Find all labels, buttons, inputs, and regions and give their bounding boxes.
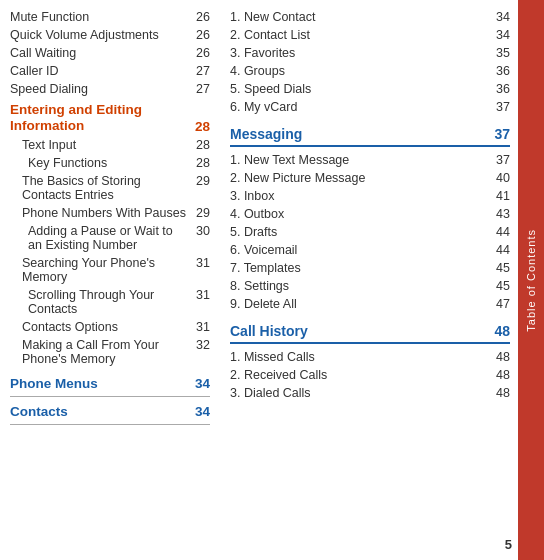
list-item: 8. Settings 45 [230,277,510,295]
list-item: 2. Contact List 34 [230,26,510,44]
section-header-call-history: Call History 48 [230,319,510,341]
section-page: 28 [188,119,210,134]
list-item: 6. My vCard 37 [230,98,510,116]
section-page: 37 [494,126,510,142]
list-item: 5. Speed Dials 36 [230,80,510,98]
page-number: 5 [505,537,512,552]
list-item: Key Functions 28 [10,154,210,172]
list-item: Adding a Pause or Wait to an Existing Nu… [10,222,210,254]
list-item: 1. New Text Message 37 [230,151,510,169]
list-item: Quick Volume Adjustments 26 [10,26,210,44]
right-column: 1. New Contact 34 2. Contact List 34 3. … [218,0,518,560]
list-item: Call Waiting 26 [10,44,210,62]
section-page: 48 [494,323,510,339]
list-item: 3. Inbox 41 [230,187,510,205]
item-label: Speed Dialing [10,82,190,96]
left-column: Mute Function 26 Quick Volume Adjustment… [0,0,218,560]
item-page: 27 [190,64,210,78]
section-page: 34 [188,376,210,391]
side-tab: Table of Contents [518,0,544,560]
list-item: 5. Drafts 44 [230,223,510,241]
list-item: Speed Dialing 27 [10,80,210,98]
list-item: 1. New Contact 34 [230,8,510,26]
list-item: 4. Outbox 43 [230,205,510,223]
section-label: Call History [230,323,308,339]
section-header-phone-menus: Phone Menus 34 [10,372,210,393]
list-item: 9. Delete All 47 [230,295,510,313]
section-label: Phone Menus [10,376,188,391]
list-item: Mute Function 26 [10,8,210,26]
list-item: 6. Voicemail 44 [230,241,510,259]
list-item: 3. Favorites 35 [230,44,510,62]
list-item: 7. Templates 45 [230,259,510,277]
list-item: Phone Numbers With Pauses 29 [10,204,210,222]
section-label: Entering and Editing Information [10,102,188,134]
item-page: 26 [190,46,210,60]
list-item: 4. Groups 36 [230,62,510,80]
section-header-entering: Entering and Editing Information 28 [10,98,210,136]
list-item: Contacts Options 31 [10,318,210,336]
list-item: 3. Dialed Calls 48 [230,384,510,402]
section-label: Contacts [10,404,188,419]
section-header-messaging: Messaging 37 [230,122,510,144]
list-item: The Basics of Storing Contacts Entries 2… [10,172,210,204]
list-item: Caller ID 27 [10,62,210,80]
item-label: Quick Volume Adjustments [10,28,190,42]
item-label: Caller ID [10,64,190,78]
item-label: Call Waiting [10,46,190,60]
side-tab-label: Table of Contents [525,229,537,332]
item-page: 26 [190,10,210,24]
list-item: 2. Received Calls 48 [230,366,510,384]
item-page: 27 [190,82,210,96]
list-item: Scrolling Through Your Contacts 31 [10,286,210,318]
item-page: 26 [190,28,210,42]
list-item: 1. Missed Calls 48 [230,348,510,366]
list-item: Text Input 28 [10,136,210,154]
section-label: Messaging [230,126,302,142]
section-header-contacts: Contacts 34 [10,400,210,421]
section-page: 34 [188,404,210,419]
list-item: Searching Your Phone's Memory 31 [10,254,210,286]
list-item: 2. New Picture Message 40 [230,169,510,187]
item-label: Mute Function [10,10,190,24]
list-item: Making a Call From Your Phone's Memory 3… [10,336,210,368]
